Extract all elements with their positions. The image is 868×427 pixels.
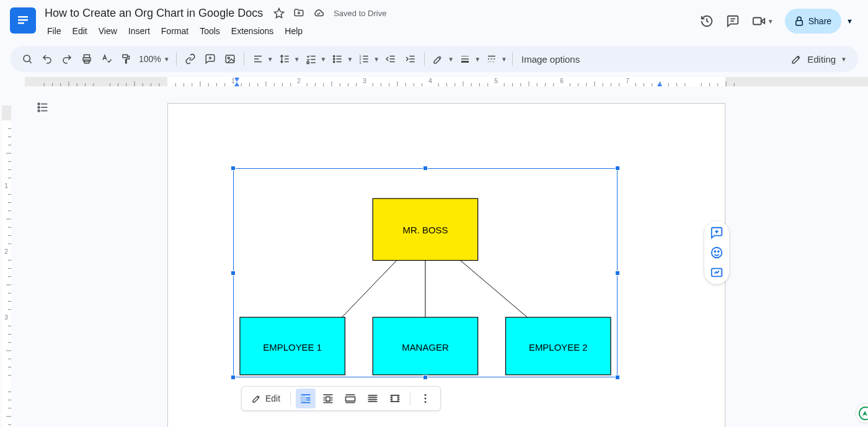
org-child-label: MANAGER [402,342,449,353]
separator [290,392,291,405]
behind-text-button[interactable] [363,389,383,408]
zoom-select[interactable]: 100% ▼ [138,54,171,64]
search-menus-button[interactable] [19,50,36,68]
svg-rect-150 [2,106,11,120]
comments-icon[interactable] [725,14,740,29]
caret-down-icon: ▼ [448,56,454,63]
menu-format[interactable]: Format [156,24,193,38]
resize-handle[interactable] [231,271,236,276]
header-right: ▼ Share ▼ [699,5,858,34]
svg-point-196 [38,103,40,105]
menu-insert[interactable]: Insert [123,24,155,38]
svg-rect-2 [18,22,24,24]
edit-drawing-button[interactable]: Edit [247,393,285,403]
svg-rect-0 [18,16,28,18]
video-icon [751,14,766,29]
resize-handle[interactable] [423,375,428,380]
svg-rect-151 [2,120,11,427]
paint-format-button[interactable] [118,50,135,68]
zoom-value: 100% [139,54,161,64]
document-title[interactable]: How to Create an Org Chart in Google Doc… [42,6,265,21]
separator [424,52,425,66]
suggest-edits-icon[interactable] [710,266,724,279]
numbered-list-button[interactable]: 123 ▼ [355,50,379,68]
insert-image-button[interactable] [221,50,239,68]
caret-down-icon: ▼ [321,56,327,63]
svg-text:2: 2 [4,248,8,255]
add-comment-button[interactable] [202,50,219,68]
svg-rect-5 [753,18,761,25]
resize-handle[interactable] [615,271,620,276]
menu-view[interactable]: View [94,24,122,38]
star-icon[interactable] [273,7,285,19]
org-root-label: MR. BOSS [402,225,448,235]
image-options-button[interactable]: Image options [521,54,580,65]
editing-label: Editing [807,54,836,65]
print-button[interactable] [78,50,95,68]
cloud-saved-icon[interactable] [312,7,325,19]
inline-wrap-button[interactable] [296,389,316,408]
decrease-indent-button[interactable] [382,50,399,68]
add-comment-icon[interactable] [710,226,724,240]
mode-switcher[interactable]: Editing ▼ [791,53,849,65]
insert-link-button[interactable] [182,50,199,68]
border-color-button[interactable]: ▼ [430,50,454,68]
share-button[interactable]: Share [785,9,841,34]
svg-rect-52 [25,77,167,86]
svg-point-200 [38,110,40,112]
menu-file[interactable]: File [42,24,66,38]
org-child-label: EMPLOYEE 2 [529,342,588,353]
align-button[interactable]: ▼ [249,50,273,68]
vertical-ruler[interactable]: 123 [0,88,14,427]
meet-button[interactable]: ▼ [751,14,774,29]
menu-edit[interactable]: Edit [68,24,92,38]
horizontal-ruler[interactable]: 1234567 [14,77,868,88]
line-spacing-button[interactable]: ▼ [276,50,300,68]
resize-handle[interactable] [423,166,428,171]
drawing-selection[interactable]: MR. BOSS EMPLOYEE 1 MANAGER EMPLOYEE 2 [233,168,618,377]
break-text-button[interactable] [340,389,360,408]
in-front-text-button[interactable] [385,389,405,408]
document-outline-button[interactable] [32,97,53,118]
more-options-button[interactable] [415,389,435,408]
saved-status-text: Saved to Drive [334,9,386,18]
increase-indent-button[interactable] [402,50,419,68]
resize-handle[interactable] [615,375,620,380]
svg-text:3: 3 [363,78,366,84]
menu-extensions[interactable]: Extensions [226,24,278,38]
undo-button[interactable] [38,50,56,68]
resize-handle[interactable] [231,375,236,380]
spellcheck-button[interactable] [98,50,115,68]
menu-tools[interactable]: Tools [195,24,225,38]
caret-down-icon: ▼ [841,56,847,63]
docs-app-icon[interactable] [10,7,36,34]
lock-icon [794,16,805,27]
border-dash-button[interactable]: ▼ [483,50,507,68]
toolbar: 100% ▼ ▼ ▼ ▼ ▼ 123 ▼ ▼ ▼ ▼ Image options [10,46,858,72]
svg-point-198 [38,107,40,109]
move-icon[interactable] [293,7,305,19]
checklist-button[interactable]: ▼ [303,50,327,68]
svg-rect-15 [226,55,234,63]
svg-text:1: 1 [4,182,8,189]
svg-text:5: 5 [494,78,498,84]
wrap-text-button[interactable] [318,389,338,408]
history-icon[interactable] [699,14,714,29]
share-more-caret[interactable]: ▼ [841,17,858,25]
add-emoji-icon[interactable] [710,246,724,259]
explore-button[interactable] [852,402,868,425]
page[interactable]: MR. BOSS EMPLOYEE 1 MANAGER EMPLOYEE 2 [167,103,725,427]
resize-handle[interactable] [231,166,236,171]
redo-button[interactable] [58,50,76,68]
caret-down-icon: ▼ [164,56,170,63]
header-center: How to Create an Org Chart in Google Doc… [42,5,699,38]
document-area[interactable]: MR. BOSS EMPLOYEE 1 MANAGER EMPLOYEE 2 [14,88,868,427]
bulleted-list-button[interactable]: ▼ [329,50,353,68]
svg-rect-206 [301,397,306,402]
menu-help[interactable]: Help [280,24,308,38]
border-weight-button[interactable]: ▼ [456,50,480,68]
image-layout-toolbar: Edit [241,386,441,411]
resize-handle[interactable] [615,166,620,171]
side-action-pill [704,221,729,284]
share-group: Share ▼ [785,9,858,34]
